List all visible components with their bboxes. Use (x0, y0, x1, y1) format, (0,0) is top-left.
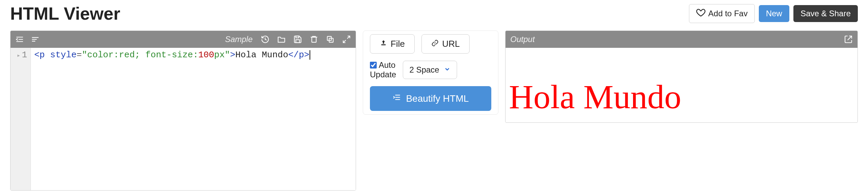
beautify-button[interactable]: Beautify HTML (370, 86, 491, 111)
beautify-label: Beautify HTML (406, 93, 469, 104)
tok-num: 100 (198, 50, 214, 60)
auto-update-text2: Update (370, 70, 396, 79)
copy-icon[interactable] (326, 35, 335, 44)
tok-unit: px (214, 50, 225, 60)
code-area[interactable]: ▸1 <p style="color:red; font-size:100px"… (11, 48, 356, 190)
link-icon (431, 39, 439, 49)
auto-update-text1: Auto (379, 60, 395, 70)
open-external-icon[interactable] (844, 35, 853, 44)
indent-left-icon[interactable] (15, 35, 24, 44)
folder-icon[interactable] (277, 35, 286, 44)
file-label: File (391, 39, 405, 49)
tok-q2: " (225, 50, 230, 60)
url-button[interactable]: URL (421, 34, 470, 54)
tok-open: <p (34, 50, 45, 60)
tok-attr: style (45, 50, 77, 60)
editor-toolbar: Sample (11, 31, 356, 48)
auto-update-checkbox[interactable] (370, 62, 377, 69)
sample-label[interactable]: Sample (225, 35, 253, 44)
save-icon[interactable] (293, 35, 302, 44)
heart-icon (696, 8, 706, 19)
svg-line-12 (343, 40, 346, 43)
line-number: 1 (22, 50, 27, 60)
output-panel: Output Hola Mundo (505, 31, 858, 123)
auto-update-group: Auto Update (370, 60, 396, 79)
upload-icon (380, 39, 387, 49)
page-title: HTML Viewer (10, 3, 120, 24)
header-buttons: Add to Fav New Save & Share (689, 4, 858, 23)
file-button[interactable]: File (370, 34, 415, 54)
text-cursor (310, 50, 310, 60)
svg-rect-6 (296, 36, 299, 38)
rendered-output: Hola Mundo (509, 78, 854, 116)
svg-rect-13 (381, 44, 386, 45)
tok-sp (140, 50, 145, 60)
add-fav-button[interactable]: Add to Fav (689, 4, 755, 23)
beautify-icon (392, 93, 401, 104)
save-share-label: Save & Share (801, 9, 851, 18)
add-fav-label: Add to Fav (708, 9, 748, 18)
gutter: ▸1 (11, 48, 31, 190)
indent-select[interactable]: 2 Space (403, 61, 457, 79)
url-label: URL (442, 39, 460, 49)
tok-text: Hola Mundo (235, 50, 288, 60)
tok-prop2: font-size: (145, 50, 198, 60)
svg-rect-8 (312, 37, 316, 42)
editor-panel: Sample (10, 31, 356, 191)
output-content: Hola Mundo (506, 48, 857, 122)
svg-line-17 (848, 36, 852, 40)
middle-panel: File URL Auto Update 2 Space (363, 31, 498, 115)
output-toolbar: Output (506, 31, 857, 48)
tok-gt: > (230, 50, 235, 60)
tok-prop1: color:red; (87, 50, 140, 60)
auto-update-checkbox-label[interactable]: Auto (370, 60, 396, 70)
new-label: New (766, 9, 782, 18)
svg-rect-7 (296, 40, 300, 43)
chevron-down-icon (444, 65, 451, 75)
code-line-1[interactable]: <p style="color:red; font-size:100px">Ho… (31, 48, 314, 190)
menu-lines-icon[interactable] (31, 35, 40, 44)
fold-icon[interactable]: ▸ (17, 52, 21, 59)
trash-icon[interactable] (310, 35, 318, 44)
tok-close: </p> (288, 50, 309, 60)
output-label: Output (510, 35, 535, 44)
history-icon[interactable] (261, 35, 270, 44)
save-share-button[interactable]: Save & Share (793, 5, 858, 22)
indent-select-value: 2 Space (409, 65, 439, 75)
expand-icon[interactable] (342, 35, 351, 44)
tok-q1: " (82, 50, 87, 60)
svg-line-11 (347, 36, 350, 39)
tok-eq: = (77, 50, 82, 60)
new-button[interactable]: New (759, 5, 789, 22)
